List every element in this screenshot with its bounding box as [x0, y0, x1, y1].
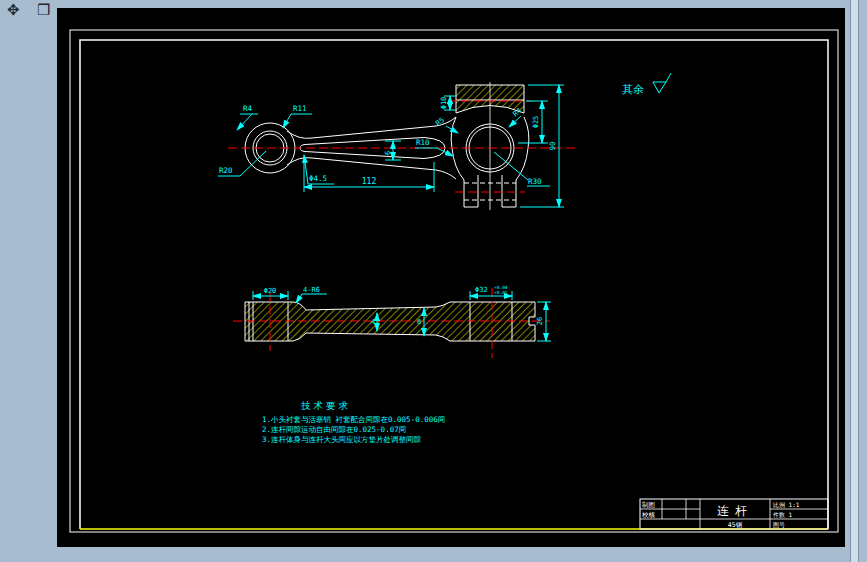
dim-90-label: 90 [548, 141, 557, 151]
dim-d10-label: Φ10 [440, 97, 448, 110]
right-scrollbar[interactable] [850, 0, 859, 562]
part-name: 连杆 [717, 504, 753, 518]
dim-d25-label: Φ25 [532, 116, 540, 129]
technical-requirements: 技术要求 1.小头衬套与活塞销 衬套配合间隙在0.005-0.006间 2.连杆… [262, 400, 445, 444]
title-block-sheet: 图号 [773, 521, 785, 529]
title-block-material: 45钢 [728, 521, 742, 529]
dim-d32-tol-lower: +0.01 [494, 290, 508, 295]
dim-d45-label: Φ4.5 [309, 174, 327, 183]
dim-r10-label: R10 [416, 138, 430, 147]
title-block-checked-label: 校核 [641, 511, 656, 519]
surface-finish-note: 其余 [622, 73, 671, 96]
title-block-qty: 件数 1 [773, 511, 793, 518]
section-view: Φ20 4-R6 4 8 Φ32 +0.04 +0.01 26 [233, 285, 551, 358]
front-view: R4 R11 R20 Φ4.5 112 6 R10 Φ10 R5 R4 Φ25 … [218, 82, 578, 210]
title-block-drawn-label: 制图 [642, 501, 655, 509]
drawing-canvas: 其余 [57, 8, 845, 547]
dim-r20-label: R20 [219, 166, 233, 175]
dim-r11-label: R11 [293, 104, 307, 113]
dim-d20-label: Φ20 [264, 287, 277, 295]
window-icon[interactable]: ❒ [37, 3, 50, 18]
roughness-icon [653, 82, 666, 93]
dim-112-label: 112 [362, 177, 377, 186]
surface-finish-text: 其余 [622, 83, 644, 96]
dim-web4-label: 4 [371, 318, 375, 326]
dim-r4-left-label: R4 [243, 104, 253, 113]
title-block: 制图 校核 连杆 45钢 比例 1:1 件数 1 图号 [640, 499, 828, 529]
dim-4r6-label: 4-R6 [303, 286, 320, 294]
drawing-svg: 其余 [57, 8, 845, 547]
dim-rib8-label: 8 [417, 318, 421, 326]
move-icon[interactable]: ✥ [7, 3, 20, 18]
dim-r30-label: R30 [528, 177, 542, 186]
dim-d32-label: Φ32 [475, 286, 488, 294]
dim-26-label: 26 [536, 317, 544, 325]
tech-req-item-3: 3.连杆体身与连杆大头间应以方垫片处调整间隙 [262, 435, 422, 444]
title-block-scale: 比例 1:1 [773, 501, 800, 509]
sheet-border [70, 30, 838, 532]
cad-workspace: ✥ ❒ 其余 [0, 0, 867, 562]
tech-req-title: 技术要求 [301, 400, 351, 411]
tech-req-item-2: 2.连杆间隙运动自由间隙在0.025-0.07间 [262, 425, 406, 434]
dim-web-label: 6 [384, 151, 392, 155]
tech-req-item-1: 1.小头衬套与活塞销 衬套配合间隙在0.005-0.006间 [262, 415, 445, 424]
